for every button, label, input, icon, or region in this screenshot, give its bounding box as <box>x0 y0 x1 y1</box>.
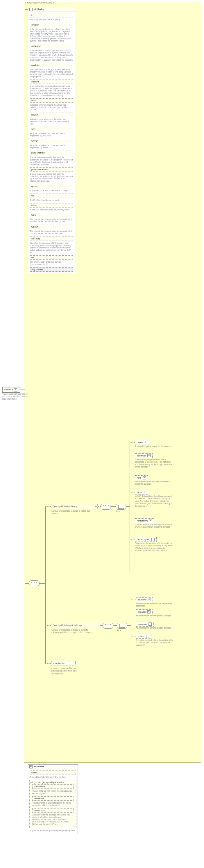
crg-desc: A group of properties required to indica… <box>51 629 98 634</box>
seq-cdg[interactable] <box>100 504 111 509</box>
elem-remoteInfo[interactable]: remoteInfo+ <box>135 518 154 523</box>
expand-icon[interactable]: + <box>148 598 151 601</box>
choice-crg[interactable] <box>117 623 127 628</box>
attr-pubconstraint[interactable]: pubconstraint <box>30 151 73 155</box>
attr-xml:lang[interactable]: xml:lang <box>30 237 73 241</box>
expand-icon[interactable]: + <box>148 622 152 626</box>
attr-creator[interactable]: creator <box>30 23 73 27</box>
collapse-icon[interactable]: − <box>14 388 17 392</box>
elem-narrower[interactable]: narrower+ <box>136 622 154 626</box>
expand-icon[interactable]: + <box>144 441 147 444</box>
elem-related[interactable]: related+ <box>136 634 151 639</box>
connector-root <box>20 389 25 390</box>
attributes-panel-2: −attributes idrefs A set of local identi… <box>28 765 78 834</box>
attr-dir[interactable]: dir <box>30 255 73 260</box>
expand-icon[interactable]: + <box>149 519 152 522</box>
any-other-element[interactable]: any ##other <box>51 661 76 665</box>
attr-pubconstrainturi[interactable]: pubconstrainturi <box>30 167 73 172</box>
attr-literal[interactable]: literal <box>30 203 73 208</box>
elem-definition[interactable]: definition+ <box>135 453 152 458</box>
elem-name[interactable]: name+ <box>135 440 149 445</box>
attr-custom[interactable]: custom <box>30 80 73 84</box>
collapse-icon[interactable]: − <box>29 765 33 769</box>
expand-icon[interactable]: + <box>146 635 149 638</box>
concept-relationships-group[interactable]: ConceptRelationshipsGroup <box>51 623 103 628</box>
attr-confidence[interactable]: confidence <box>32 784 74 789</box>
elem-sameAs[interactable]: sameAs+ <box>136 597 153 602</box>
attr-typeuri[interactable]: typeuri <box>30 225 73 229</box>
attr-howuri[interactable]: howuri <box>30 113 73 117</box>
any-other-attr[interactable]: any ##other <box>30 267 73 272</box>
inlineref-label: inlineRef <box>4 388 13 391</box>
attr-id[interactable]: id <box>30 13 73 18</box>
attr-relevance[interactable]: relevance <box>32 796 74 801</box>
attr-uri[interactable]: uri <box>30 193 73 198</box>
attr-creatoruri[interactable]: creatoruri <box>30 44 73 48</box>
seq-crg[interactable] <box>103 623 113 628</box>
attr-modified[interactable]: modified <box>30 63 73 67</box>
elem-hierarchyInfo[interactable]: hierarchyInfo+ <box>135 537 157 542</box>
inlineref-element[interactable]: inlineRef − <box>2 387 20 393</box>
expand-icon[interactable]: + <box>147 610 150 614</box>
cdg-desc: A group of properties required to define… <box>51 510 95 515</box>
concept-definition-group[interactable]: ConceptDefinitionGroup <box>51 504 98 509</box>
attr-how[interactable]: how <box>30 98 73 103</box>
elem-facet[interactable]: facet+ <box>135 490 148 495</box>
attr-why[interactable]: why <box>30 127 73 131</box>
collapse-icon[interactable]: − <box>29 8 33 11</box>
expand-icon[interactable]: + <box>143 476 146 479</box>
expand-icon[interactable]: + <box>151 538 154 541</box>
sequence-main[interactable] <box>29 581 39 586</box>
diagram-canvas: Flex1PropType (extension) inlineRef − Th… <box>0 0 204 868</box>
attr-qcode[interactable]: qcode <box>30 184 73 188</box>
attr-whyuri[interactable]: whyuri <box>30 139 73 143</box>
expand-icon[interactable]: + <box>147 454 150 457</box>
attr-derivedfrom[interactable]: derivedfrom <box>32 808 74 813</box>
idrefs-attr[interactable]: idrefs <box>30 771 76 775</box>
elem-note[interactable]: note+ <box>135 475 148 480</box>
attributes-header-1[interactable]: −attributes <box>28 7 75 12</box>
flex1proptype-title: Flex1PropType (extension) <box>25 1 56 4</box>
expand-icon[interactable]: + <box>143 491 146 494</box>
attributes-panel-1: −attributes idThe local identifier of th… <box>28 7 75 273</box>
choice-cdg[interactable] <box>116 504 126 509</box>
elem-broader[interactable]: broader+ <box>136 610 152 614</box>
attributes-header-2[interactable]: −attributes <box>28 765 78 769</box>
main-vline <box>25 7 25 761</box>
attr-type[interactable]: type <box>30 213 73 217</box>
